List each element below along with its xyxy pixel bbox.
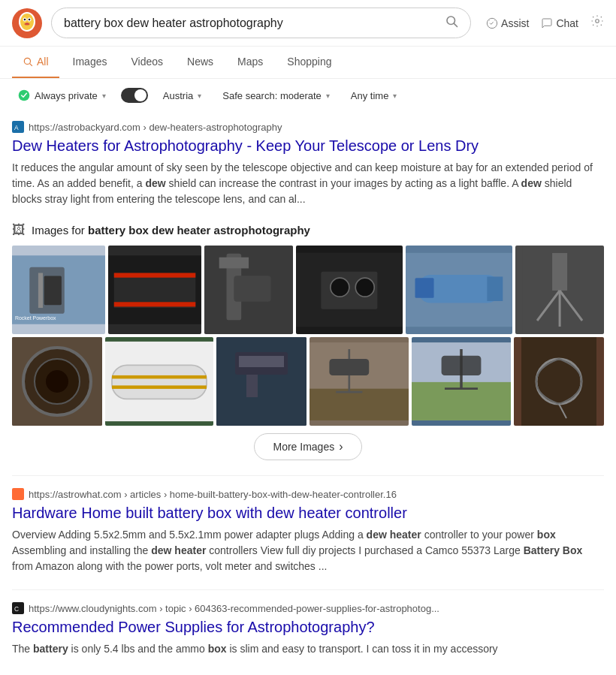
svg-rect-57 xyxy=(310,389,409,420)
svg-point-47 xyxy=(46,370,68,393)
image-icon: 🖼 xyxy=(12,222,26,238)
image-thumb-6[interactable] xyxy=(515,246,604,334)
foam-image xyxy=(108,246,201,334)
assist-button[interactable]: Assist xyxy=(486,17,529,29)
svg-rect-20 xyxy=(38,273,43,309)
tab-news[interactable]: News xyxy=(177,47,224,78)
result-1-title[interactable]: Dew Heaters for Astrophotography - Keep … xyxy=(12,136,604,155)
more-images-arrow-icon: › xyxy=(339,440,343,454)
svg-rect-66 xyxy=(521,337,596,426)
settings-button[interactable] xyxy=(590,14,604,32)
image-thumb-9[interactable] xyxy=(216,337,306,426)
result-2-snippet: Overview Adding 5.5x2.5mm and 5.5x2.1mm … xyxy=(12,527,604,574)
svg-point-34 xyxy=(356,278,375,297)
region-filter[interactable]: Austria ▾ xyxy=(157,87,207,104)
image-thumb-1[interactable]: Rocket Powerbox xyxy=(12,246,105,334)
svg-text:A: A xyxy=(14,124,19,131)
image-thumb-12[interactable] xyxy=(514,337,604,426)
tab-shopping[interactable]: Shopping xyxy=(276,47,342,78)
svg-rect-49 xyxy=(112,365,207,399)
image-thumb-5[interactable] xyxy=(406,246,512,334)
connector-image xyxy=(296,246,403,334)
svg-rect-38 xyxy=(415,278,434,298)
more-images-button[interactable]: More Images › xyxy=(254,433,361,460)
astrowhat-favicon-icon xyxy=(13,489,23,499)
result-2-url: https://astrowhat.com › articles › home-… xyxy=(12,488,604,500)
chat-button[interactable]: Chat xyxy=(541,17,578,29)
svg-point-8 xyxy=(26,23,29,24)
search-button[interactable] xyxy=(445,14,458,32)
filters-bar: Always private ▾ Austria ▾ Safe search: … xyxy=(0,79,616,112)
svg-rect-21 xyxy=(44,276,62,305)
svg-rect-55 xyxy=(239,356,284,367)
checkmark-circle-icon xyxy=(18,89,30,101)
divider-2 xyxy=(12,589,604,590)
image-thumb-10[interactable] xyxy=(310,337,409,426)
svg-rect-51 xyxy=(112,385,207,389)
image-thumb-2[interactable] xyxy=(108,246,201,334)
result-3-snippet: The battery is only 5.4 lbs and the ammo… xyxy=(12,641,604,657)
svg-rect-69 xyxy=(13,489,23,499)
tube-image xyxy=(105,337,213,426)
time-filter[interactable]: Any time ▾ xyxy=(345,87,403,104)
nav-tabs: All Images Videos News Maps Shopping xyxy=(0,47,616,79)
tab-maps[interactable]: Maps xyxy=(227,47,273,78)
svg-text:Rocket Powerbox: Rocket Powerbox xyxy=(15,315,56,321)
chat-icon xyxy=(541,17,553,29)
images-row-1: Rocket Powerbox xyxy=(12,246,604,334)
search-input[interactable] xyxy=(64,17,439,30)
always-private-filter[interactable]: Always private ▾ xyxy=(12,86,112,104)
tripod-image xyxy=(515,246,604,334)
image-thumb-11[interactable] xyxy=(412,337,511,426)
duckduckgo-logo xyxy=(12,8,42,38)
image-thumb-4[interactable] xyxy=(296,246,403,334)
result-3-title[interactable]: Recommended Power Supplies for Astrophot… xyxy=(12,617,604,637)
svg-text:C: C xyxy=(14,605,19,613)
svg-point-15 xyxy=(19,90,30,101)
svg-point-6 xyxy=(29,18,31,20)
tab-all[interactable]: All xyxy=(12,47,59,78)
image-thumb-7[interactable] xyxy=(12,337,102,426)
result-2-title[interactable]: Hardware Home built battery box with dew… xyxy=(12,503,604,523)
images-for-label: Images for battery box dew heater astrop… xyxy=(32,224,310,237)
image-thumb-8[interactable] xyxy=(105,337,213,426)
result-1-favicon: A xyxy=(12,121,24,133)
blue-telescope-image xyxy=(406,246,512,334)
safe-search-filter[interactable]: Safe search: moderate ▾ xyxy=(216,87,336,104)
assist-icon xyxy=(486,17,498,29)
search-result-2: https://astrowhat.com › articles › home-… xyxy=(12,488,604,574)
search-result-1: A https://astrobackyard.com › dew-heater… xyxy=(12,121,604,207)
astrobackyard-favicon-icon: A xyxy=(13,122,23,132)
tab-images[interactable]: Images xyxy=(62,47,118,78)
outdoor-scope-image xyxy=(310,337,409,426)
result-2-favicon xyxy=(12,488,24,500)
tab-videos[interactable]: Videos xyxy=(120,47,174,78)
search-bar xyxy=(51,8,471,38)
setup-image xyxy=(216,337,306,426)
telescope-image-1: Rocket Powerbox xyxy=(12,246,105,334)
images-section-header: 🖼 Images for battery box dew heater astr… xyxy=(12,222,604,238)
search-icon xyxy=(445,14,458,28)
private-toggle[interactable] xyxy=(121,88,148,103)
svg-point-12 xyxy=(596,20,599,23)
cloudynights-favicon-icon: C xyxy=(13,603,23,613)
svg-rect-25 xyxy=(114,273,196,278)
svg-point-13 xyxy=(24,58,30,64)
svg-rect-37 xyxy=(487,276,503,301)
all-search-icon xyxy=(23,56,33,67)
result-3-url: C https://www.cloudynights.com › topic ›… xyxy=(12,602,604,614)
safe-search-caret-icon: ▾ xyxy=(326,92,330,100)
image-thumb-3[interactable] xyxy=(204,246,293,334)
chat-label: Chat xyxy=(556,17,578,29)
result-1-url: A https://astrobackyard.com › dew-heater… xyxy=(12,121,604,133)
header: Assist Chat xyxy=(0,0,616,47)
time-caret-icon: ▾ xyxy=(393,92,397,100)
search-result-3: C https://www.cloudynights.com › topic ›… xyxy=(12,602,604,657)
coil-image xyxy=(514,337,604,426)
svg-rect-29 xyxy=(219,258,249,269)
svg-line-14 xyxy=(30,64,32,66)
svg-rect-52 xyxy=(216,337,306,426)
images-section: 🖼 Images for battery box dew heater astr… xyxy=(12,222,604,460)
svg-point-33 xyxy=(331,278,349,297)
svg-point-5 xyxy=(24,18,26,20)
